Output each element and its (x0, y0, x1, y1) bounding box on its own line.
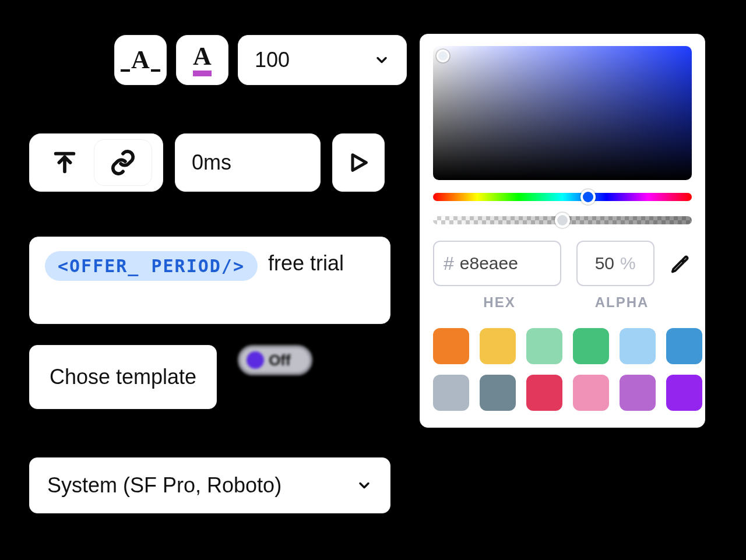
swatch-11[interactable] (666, 375, 702, 411)
image-upload-group (29, 133, 163, 192)
image-label: Image (29, 103, 181, 125)
text-color-icon: A (193, 44, 212, 76)
free-trial-text-input[interactable]: <OFFER_ PERIOD/> free trial (29, 237, 390, 324)
swatch-9[interactable] (573, 375, 609, 411)
alpha-thumb[interactable] (555, 213, 570, 228)
hue-slider[interactable] (433, 193, 692, 201)
swatch-10[interactable] (620, 375, 656, 411)
swatch-0[interactable] (433, 328, 469, 364)
text-color-button[interactable]: A (176, 35, 228, 85)
alpha-value: 50 (595, 253, 614, 273)
choose-template-label: Chose template (50, 365, 196, 389)
font-weight-value: 100 (255, 48, 290, 72)
swatch-2[interactable] (526, 328, 562, 364)
saturation-value-field[interactable] (433, 46, 692, 180)
eyedropper-icon[interactable] (670, 252, 692, 275)
close-delay-value: 0ms (192, 150, 231, 175)
alpha-slider[interactable] (433, 216, 692, 224)
hex-prefix: # (444, 253, 454, 274)
swatch-6[interactable] (433, 375, 469, 411)
upload-image-button[interactable] (36, 139, 94, 186)
font-select-value: System (SF Pro, Roboto) (47, 473, 281, 498)
swatch-4[interactable] (620, 328, 656, 364)
image-link-button[interactable] (94, 139, 152, 186)
offers-label: Offers (29, 49, 105, 72)
strikethrough-icon: A (131, 47, 150, 73)
toggle-state-label: Off (269, 351, 291, 369)
alpha-label: ALPHA (581, 294, 663, 311)
font-weight-select[interactable]: 100 (238, 35, 407, 85)
choose-template-button[interactable]: Chose template (29, 345, 217, 409)
chevron-down-icon (374, 52, 390, 68)
font-select[interactable]: System (SF Pro, Roboto) (29, 457, 390, 513)
hex-value: e8eaee (460, 253, 518, 273)
upload-icon (51, 149, 78, 176)
offer-period-token[interactable]: <OFFER_ PERIOD/> (45, 251, 258, 281)
chevron-down-icon (356, 477, 372, 494)
toggle-knob (247, 351, 264, 369)
swatch-5[interactable] (666, 328, 702, 364)
hue-thumb[interactable] (580, 189, 596, 205)
alpha-unit: % (620, 253, 636, 273)
hex-label: HEX (433, 294, 566, 311)
svg-marker-2 (353, 155, 366, 171)
free-trial-suffix-text: free trial (268, 251, 344, 276)
link-icon (110, 149, 136, 176)
swatch-8[interactable] (526, 375, 562, 411)
color-picker-panel: # e8eaee 50 % HEX ALPHA (420, 34, 705, 428)
hex-input[interactable]: # e8eaee (433, 241, 561, 286)
alpha-input[interactable]: 50 % (576, 241, 654, 286)
hard-paywall-label: Hard paywall (238, 382, 346, 402)
close-delay-label: Close button delay (181, 103, 358, 125)
strikethrough-button[interactable]: A (114, 35, 167, 85)
swatch-1[interactable] (480, 328, 516, 364)
preview-play-button[interactable] (332, 133, 385, 192)
swatch-grid (433, 328, 692, 411)
font-label: Font (29, 427, 717, 449)
swatch-7[interactable] (480, 375, 516, 411)
play-icon (347, 151, 370, 174)
close-delay-input[interactable]: 0ms (175, 133, 321, 192)
hard-paywall-toggle[interactable]: Off (238, 345, 312, 375)
sv-cursor[interactable] (437, 50, 449, 62)
swatch-3[interactable] (573, 328, 609, 364)
